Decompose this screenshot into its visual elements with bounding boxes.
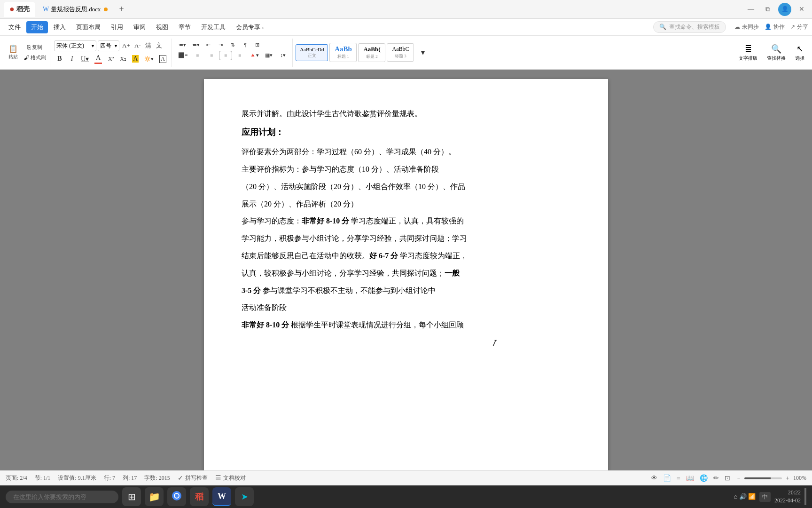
- menu-view[interactable]: 视图: [151, 21, 173, 33]
- font-group: 宋体 (正文) ▾ 四号 ▾ A+ A- 清 文 B I U▾: [51, 39, 172, 67]
- menu-review[interactable]: 审阅: [129, 21, 150, 33]
- word-count: 字数: 2015: [144, 474, 170, 482]
- highlight-button[interactable]: 🔆▾: [142, 55, 156, 64]
- style-heading2[interactable]: AaBb( 标题 2: [358, 43, 385, 62]
- font-color-button[interactable]: A: [92, 53, 104, 65]
- doc-para-1: 评价要素分为两部分：学习过程（60 分）、学习成果（40 分）。: [242, 145, 570, 159]
- tray-icons: ⌂ 🔊 📶: [734, 493, 756, 500]
- zoom-in-button[interactable]: ＋: [785, 474, 790, 482]
- restore-button[interactable]: ⧉: [761, 3, 774, 16]
- font-format-button[interactable]: 文: [155, 41, 164, 50]
- line-spacing-button[interactable]: ↕▾: [276, 51, 289, 60]
- zoom-out-button[interactable]: －: [736, 474, 742, 482]
- taskbar-action-center[interactable]: ⊞: [122, 487, 141, 506]
- doc-para-6: 学习能力，积极参与小组讨论，分享学习经验，共同探讨问题；学习: [242, 232, 570, 246]
- share-button[interactable]: ↗ 分享: [790, 23, 808, 31]
- doc-para-9: 3-5 分 参与课堂学习不积极不主动，不能参与到小组讨论中: [242, 284, 570, 298]
- cloud-icon: ☁: [734, 24, 740, 31]
- avatar[interactable]: 👤: [778, 3, 791, 16]
- wps-logo[interactable]: ● 稻壳: [4, 2, 35, 17]
- text-border-button[interactable]: A: [157, 54, 169, 64]
- search-icon: 🔍: [659, 24, 666, 31]
- taskbar-word[interactable]: W: [212, 487, 231, 506]
- increase-indent-button[interactable]: ⇥: [215, 40, 226, 49]
- menu-start[interactable]: 开始: [26, 21, 48, 33]
- wps-taskbar-icon: 稻: [195, 491, 203, 502]
- settings-info: 设置值: 9.1厘米: [58, 474, 96, 482]
- add-tab-button[interactable]: +: [115, 3, 128, 16]
- taskbar-search-input[interactable]: [6, 491, 118, 503]
- doc-check[interactable]: ☰ 文档校对: [215, 474, 246, 482]
- bold-button[interactable]: B: [54, 54, 65, 64]
- show-marks-button[interactable]: ¶: [240, 40, 251, 49]
- numbered-list-button[interactable]: ≔▾: [189, 40, 202, 49]
- menu-search-box[interactable]: 🔍 查找命令、搜索模板: [653, 21, 726, 33]
- word-icon: W: [218, 492, 226, 501]
- select-icon: ↖: [796, 44, 804, 54]
- status-bar: 页面: 2/4 节: 1/1 设置值: 9.1厘米 行: 7 列: 17 字数:…: [0, 470, 812, 485]
- format-paint-button[interactable]: 🖌 格式刷: [22, 53, 48, 63]
- styles-group: AaBbCcDd 正文 AaBb 标题 1 AaBb( 标题 2 AaBbC 标…: [294, 43, 432, 62]
- shading-button[interactable]: 🔺▾: [247, 51, 261, 60]
- taskbar-chrome[interactable]: [167, 487, 186, 506]
- zoom-control[interactable]: － ＋ 100%: [736, 474, 806, 482]
- find-replace-icon: 🔍: [771, 44, 781, 54]
- taskbar-arrow-app[interactable]: ➤: [235, 487, 254, 506]
- text-layout-button[interactable]: ≣ 文字排版: [735, 42, 761, 64]
- clear-format-button[interactable]: 清: [144, 41, 153, 50]
- language-indicator[interactable]: 中: [759, 492, 771, 502]
- justify-button[interactable]: ≡: [219, 51, 232, 60]
- bullet-list-button[interactable]: ≔▾: [176, 40, 188, 49]
- collab-button[interactable]: 👤 协作: [765, 23, 785, 31]
- copy-button[interactable]: ⎘ 复制: [22, 43, 48, 52]
- doc-tab[interactable]: W 量规报告反思.docx: [37, 2, 113, 17]
- zoom-slider[interactable]: [744, 477, 782, 479]
- search-placeholder: 查找命令、搜索模板: [669, 23, 720, 31]
- spell-check[interactable]: ✓ 拼写检查: [178, 474, 208, 482]
- subscript-button[interactable]: X₂: [117, 54, 129, 64]
- char-shading-button[interactable]: A: [130, 54, 141, 64]
- sort-button[interactable]: ⇅: [227, 40, 239, 49]
- show-desktop-button[interactable]: [804, 488, 806, 505]
- chrome-icon: [172, 491, 182, 503]
- underline-button[interactable]: U▾: [78, 54, 91, 64]
- style-heading3[interactable]: AaBbC 标题 3: [387, 43, 414, 62]
- italic-button[interactable]: I: [66, 54, 78, 64]
- font-size-selector[interactable]: 四号 ▾: [98, 40, 119, 51]
- style-heading1[interactable]: AaBb 标题 1: [329, 43, 357, 62]
- styles-more-button[interactable]: ▾: [415, 47, 430, 58]
- taskbar-file-explorer[interactable]: 📁: [145, 487, 164, 506]
- distributed-button[interactable]: ≡: [233, 51, 246, 60]
- menu-file[interactable]: 文件: [4, 21, 25, 33]
- align-center-button[interactable]: ≡: [191, 51, 204, 60]
- superscript-button[interactable]: X²: [105, 54, 117, 64]
- menu-layout[interactable]: 页面布局: [71, 21, 105, 33]
- doc-page: 展示并讲解。由此设计学生古代诗歌鉴赏评价量规表。 应用计划： 评价要素分为两部分…: [204, 79, 608, 470]
- paste-button[interactable]: 📋 粘贴: [6, 44, 21, 62]
- close-button[interactable]: ✕: [795, 3, 808, 16]
- menu-references[interactable]: 引用: [106, 21, 128, 33]
- doc-para-10: 活动准备阶段: [242, 301, 570, 315]
- menu-chapter[interactable]: 章节: [174, 21, 195, 33]
- decrease-font-button[interactable]: A-: [133, 41, 142, 50]
- document-area[interactable]: 展示并讲解。由此设计学生古代诗歌鉴赏评价量规表。 应用计划： 评价要素分为两部分…: [0, 70, 812, 470]
- select-button[interactable]: ↖ 选择: [791, 42, 808, 64]
- align-right-button[interactable]: ≡: [205, 51, 218, 60]
- menu-developer[interactable]: 开发工具: [196, 21, 230, 33]
- cloud-sync-button[interactable]: ☁ 未同步: [734, 23, 759, 31]
- font-size-dropdown-icon: ▾: [115, 43, 117, 48]
- style-normal[interactable]: AaBbCcDd 正文: [296, 44, 328, 61]
- align-left-button[interactable]: ⬛≡: [176, 51, 190, 60]
- menu-bar: 文件 开始 插入 页面布局 引用 审阅 视图 章节 开发工具 会员专享 › 🔍 …: [0, 19, 812, 36]
- font-name-selector[interactable]: 宋体 (正文) ▾: [54, 40, 96, 51]
- table-button[interactable]: ⊞: [252, 40, 263, 49]
- zoom-level-label: 100%: [793, 475, 806, 482]
- menu-vip[interactable]: 会员专享 ›: [231, 21, 269, 33]
- minimize-button[interactable]: —: [744, 3, 757, 16]
- find-replace-button[interactable]: 🔍 查找替换: [763, 42, 789, 64]
- increase-font-button[interactable]: A+: [121, 41, 132, 50]
- decrease-indent-button[interactable]: ⇤: [203, 40, 214, 49]
- taskbar-wps[interactable]: 稻: [190, 487, 209, 506]
- menu-insert[interactable]: 插入: [49, 21, 70, 33]
- border-button[interactable]: ▦▾: [262, 51, 275, 60]
